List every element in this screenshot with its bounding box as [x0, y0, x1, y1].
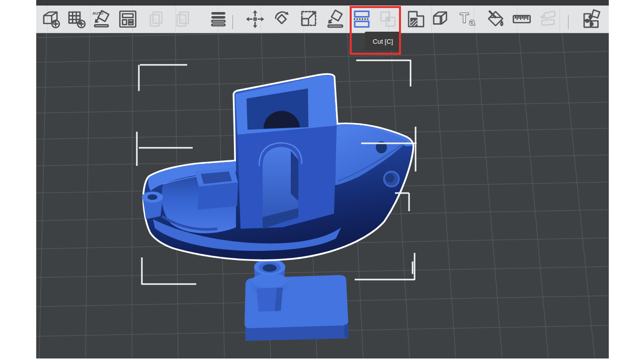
add-object-icon: [40, 9, 61, 30]
layer-stack-icon: [208, 9, 229, 30]
split-puzzle-icon: [581, 9, 602, 30]
toolbar-grid-shine: [346, 6, 347, 32]
add-plate-icon: [66, 9, 87, 30]
seam-painting-button[interactable]: [429, 8, 452, 31]
toolbar-grid-shine: [431, 6, 432, 32]
toolbar-separator: [232, 15, 233, 29]
support-painting-button[interactable]: [405, 8, 428, 31]
toolbar-grid-shine: [559, 6, 560, 32]
main-toolbar: AUTO 0: [36, 6, 609, 33]
assembly-button: [536, 8, 559, 31]
rotate-icon: [271, 9, 292, 30]
toolbar-grid-shine: [218, 6, 218, 32]
variable-layer-height-button[interactable]: [207, 8, 230, 31]
auto-orient-button[interactable]: AUTO: [90, 8, 113, 31]
rotate-button[interactable]: [270, 8, 293, 31]
toolbar-grid-shine: [175, 6, 176, 32]
support-painting-icon: [406, 9, 427, 30]
benchy-boat-model[interactable]: [142, 75, 413, 259]
auto-orient-icon: AUTO: [91, 9, 112, 30]
toolbar-grid-shine: [261, 6, 261, 32]
toolbar-grid-shine: [517, 6, 517, 32]
paste-icon: P: [173, 9, 194, 30]
highlight-rectangle: [350, 6, 401, 55]
toolbar-grid-shine: [47, 6, 48, 32]
svg-text:T: T: [460, 10, 468, 26]
viewport-stage: AUTO 0: [36, 0, 609, 358]
svg-text:P: P: [180, 17, 184, 25]
move-button[interactable]: [244, 8, 267, 31]
text-tool-icon: T a: [457, 9, 478, 30]
toolbar-separator: [568, 15, 569, 29]
measure-icon: [511, 9, 532, 30]
svg-text:0: 0: [153, 17, 157, 25]
assembly-icon: [537, 9, 558, 30]
toolbar-grid-shine: [90, 6, 91, 32]
copy-button: 0: [145, 8, 169, 31]
placement-plate-part[interactable]: [245, 259, 349, 341]
arrange-button[interactable]: [116, 8, 139, 31]
lay-on-face-icon: [325, 9, 346, 30]
toolbar-grid-shine: [132, 6, 133, 32]
scale-icon: [298, 9, 319, 30]
add-plate-button[interactable]: [65, 8, 88, 31]
measure-button[interactable]: [510, 8, 533, 31]
split-to-parts-button[interactable]: [580, 8, 603, 31]
text-tool-button[interactable]: T a: [456, 8, 479, 31]
toolbar-grid-shine: [474, 6, 474, 32]
arrange-icon: [117, 9, 138, 30]
color-painting-button[interactable]: [484, 8, 507, 31]
color-painting-icon: [485, 9, 506, 30]
toolbar-grid-shine: [303, 6, 304, 32]
scene-3d: [36, 0, 609, 358]
add-object-button[interactable]: [39, 8, 62, 31]
move-icon: [245, 9, 266, 30]
lay-on-face-button[interactable]: [324, 8, 347, 31]
copy-icon: 0: [146, 9, 168, 30]
seam-painting-icon: [430, 9, 451, 30]
top-strip: [36, 0, 609, 6]
scale-button[interactable]: [297, 8, 320, 31]
